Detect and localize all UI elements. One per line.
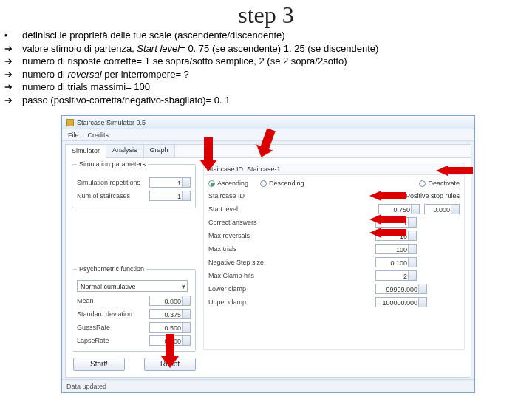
tab-graph[interactable]: Graph	[144, 145, 175, 157]
label-upper-clamp: Upper clamp	[208, 299, 246, 306]
bullet-text: numero di reversal per interrompere= ?	[22, 68, 189, 81]
annotation-arrow-5	[369, 214, 406, 225]
bullet-item: ➔numero di reversal per interrompere= ?	[4, 68, 532, 81]
tab-analysis[interactable]: Analysis	[106, 145, 144, 157]
bullet-marker: ➔	[4, 68, 22, 81]
input-guess[interactable]: 0.500	[149, 322, 191, 332]
svg-marker-2	[436, 166, 473, 176]
input-start-level-2[interactable]: 0.000	[424, 204, 460, 214]
bullet-text: numero di risposte corrette= 1 se sopra/…	[22, 55, 347, 68]
bullet-text: definisci le proprietà delle tue scale (…	[22, 29, 285, 42]
annotation-arrow-7	[161, 334, 179, 369]
status-bar: Data updated	[62, 379, 474, 392]
label-lower-clamp: Lower clamp	[208, 285, 246, 293]
staircase-panel: Staircase ID: Staircase-1 Ascending Desc…	[203, 163, 465, 350]
bullet-text: valore stimolo di partenza, Start level=…	[22, 42, 378, 55]
menu-credits[interactable]: Credits	[88, 132, 109, 139]
label-lapse: LapseRate	[77, 337, 109, 344]
label-neg-step: Negative Step size	[208, 259, 264, 266]
group-simulation-legend: Simulation parameters	[77, 160, 148, 168]
bullet-marker: ➔	[4, 81, 22, 94]
label-max-clamp-hits: Max Clamp hits	[208, 272, 254, 279]
menu-file[interactable]: File	[68, 132, 79, 139]
input-max-trials[interactable]: 100	[375, 244, 417, 254]
window-title: Staircase Simulator 0.5	[77, 119, 146, 126]
app-icon	[66, 119, 74, 126]
label-num-staircases: Num of staircases	[77, 192, 130, 200]
radio-ascending[interactable]: Ascending	[208, 180, 248, 187]
bullet-item: ▪definisci le proprietà delle tue scale …	[4, 29, 532, 42]
annotation-arrow-3	[436, 166, 473, 176]
window-titlebar: Staircase Simulator 0.5	[62, 116, 474, 129]
label-start-level: Start level	[208, 205, 238, 213]
svg-marker-3	[369, 191, 406, 201]
input-max-clamp-hits[interactable]: 2	[375, 270, 417, 281]
label-staircase-id: Staircase ID	[208, 192, 245, 200]
bullet-marker: ➔	[4, 42, 22, 55]
client-area: Simulator Analysis Graph Simulation para…	[65, 144, 471, 378]
bullet-item: ➔passo (positivo-corretta/negativo-sbagl…	[4, 94, 532, 107]
label-positive-rules: Positive stop rules	[406, 192, 460, 200]
combo-psychometric[interactable]: Normal cumulative	[77, 280, 188, 292]
bullet-marker: ▪	[4, 29, 22, 42]
input-repetitions[interactable]: 1	[149, 177, 191, 188]
start-button[interactable]: Start!	[73, 358, 125, 371]
label-sd: Standard deviation	[77, 310, 132, 318]
label-max-reversals: Max reversals	[208, 232, 250, 239]
svg-marker-6	[161, 334, 179, 368]
annotation-arrow-4	[369, 191, 406, 201]
input-num-staircases[interactable]: 1	[149, 191, 191, 201]
svg-marker-4	[369, 214, 406, 225]
staircase-header: Staircase ID: Staircase-1	[204, 163, 464, 175]
bullet-list: ▪definisci le proprietà delle tue scale …	[0, 29, 532, 106]
input-neg-step[interactable]: 0.100	[375, 257, 417, 267]
bullet-marker: ➔	[4, 94, 22, 107]
input-lower-clamp[interactable]: -99999.000	[375, 284, 427, 294]
bullet-item: ➔numero di risposte corrette= 1 se sopra…	[4, 55, 532, 68]
label-guess: GuessRate	[77, 324, 110, 331]
svg-marker-5	[369, 228, 406, 238]
bullet-item: ➔valore stimolo di partenza, Start level…	[4, 42, 532, 55]
annotation-arrow-1	[200, 137, 217, 173]
label-correct-answers: Correct answers	[208, 219, 257, 226]
input-mean[interactable]: 0.800	[149, 296, 191, 306]
tab-simulator[interactable]: Simulator	[66, 146, 106, 158]
radio-deactivate[interactable]: Deactivate	[419, 180, 460, 187]
group-psychometric-legend: Psychometric function	[77, 265, 146, 273]
bullet-marker: ➔	[4, 55, 22, 68]
label-max-trials: Max trials	[208, 245, 237, 253]
input-sd[interactable]: 0.375	[149, 309, 191, 319]
bullet-item: ➔numero di trials massimi= 100	[4, 81, 532, 94]
bullet-text: numero di trials massimi= 100	[22, 81, 150, 94]
annotation-arrow-6	[369, 228, 406, 238]
page-title: step 3	[0, 1, 532, 29]
group-simulation: Simulation parameters Simulation repetit…	[72, 164, 196, 208]
input-upper-clamp[interactable]: 100000.000	[375, 297, 427, 307]
svg-marker-0	[200, 137, 217, 171]
label-mean: Mean	[77, 297, 94, 304]
bullet-text: passo (positivo-corretta/negativo-sbagli…	[22, 94, 230, 107]
radio-descending[interactable]: Descending	[260, 180, 304, 187]
label-repetitions: Simulation repetitions	[77, 179, 140, 186]
input-start-level[interactable]: 0.750	[378, 204, 420, 214]
